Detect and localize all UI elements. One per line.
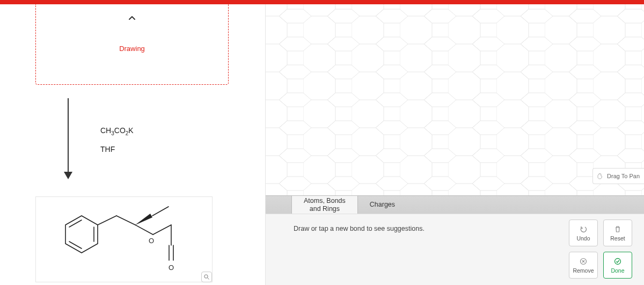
hex-grid-bg [266, 4, 644, 195]
drawing-editor-panel: Drag To Pan Atoms, Bonds and Rings Charg… [266, 4, 644, 285]
zoom-button[interactable] [201, 272, 212, 282]
reagent-1: CH3CO2K [100, 126, 134, 136]
drawing-canvas[interactable] [266, 4, 644, 195]
reaction-arrow-head [64, 172, 72, 179]
tab-spacer [266, 196, 291, 214]
tool-body: Draw or tap a new bond to see suggestion… [266, 214, 644, 285]
svg-text:O: O [149, 237, 154, 245]
svg-rect-4 [266, 4, 644, 195]
svg-marker-0 [135, 214, 152, 225]
editor-hint: Draw or tap a new bond to see suggestion… [294, 225, 425, 232]
done-label: Done [611, 267, 624, 274]
product-structure-svg: O O [36, 197, 213, 283]
drag-to-pan-handle[interactable]: Drag To Pan [592, 168, 644, 184]
undo-button[interactable]: Undo [569, 220, 598, 246]
tool-tabs: Atoms, Bonds and Rings Charges [266, 195, 644, 214]
reaction-panel: Drawing CH3CO2K THF [0, 4, 266, 285]
undo-icon [579, 225, 588, 233]
close-circle-icon [579, 257, 588, 266]
drawing-label: Drawing [119, 45, 145, 53]
svg-point-3 [204, 275, 208, 278]
app-top-accent-bar [0, 0, 644, 4]
svg-text:O: O [169, 264, 174, 272]
action-buttons: Undo Reset Remove Done [569, 220, 632, 279]
tab-atoms-bonds-rings[interactable]: Atoms, Bonds and Rings [291, 196, 358, 214]
grab-hand-icon [596, 172, 604, 180]
reset-button[interactable]: Reset [603, 220, 632, 246]
remove-button[interactable]: Remove [569, 252, 598, 279]
chevron-up-icon[interactable] [128, 14, 136, 25]
remove-label: Remove [573, 267, 594, 274]
drawing-dropzone[interactable]: Drawing [35, 4, 229, 85]
tab-charges[interactable]: Charges [358, 196, 407, 214]
drag-to-pan-label: Drag To Pan [607, 173, 640, 179]
main-layout: Drawing CH3CO2K THF [0, 4, 644, 285]
check-circle-icon [613, 257, 622, 266]
undo-label: Undo [576, 235, 590, 242]
product-structure-box[interactable]: O O [35, 196, 213, 282]
reset-label: Reset [610, 235, 625, 242]
reagent-2: THF [100, 145, 115, 154]
magnifier-icon [203, 274, 210, 280]
reaction-arrow-shaft [68, 98, 69, 173]
done-button[interactable]: Done [603, 252, 632, 279]
trash-icon [613, 225, 622, 233]
